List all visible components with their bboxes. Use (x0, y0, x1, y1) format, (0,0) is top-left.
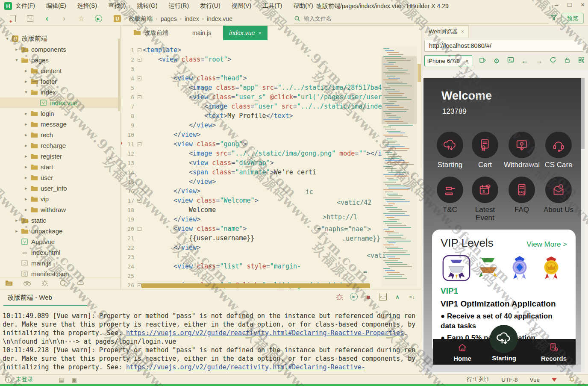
menu-item[interactable]: 视图(V) (232, 2, 252, 10)
line-number[interactable]: 26 (121, 282, 136, 289)
grid-item-cert[interactable]: Cert (467, 132, 503, 169)
grid-item-faq[interactable]: FAQFAQ (503, 177, 540, 214)
console-tab[interactable]: 改版前端 - Web (8, 294, 52, 302)
console-link[interactable]: https://vuejs.org/v2/guide/reactivity.ht… (126, 329, 404, 337)
editor-tab-index-vue[interactable]: index.vue× (223, 26, 268, 40)
login-status[interactable]: 未登录 (16, 376, 33, 383)
grid-item-latest-event[interactable]: 5Latest Event (467, 177, 503, 222)
tree-expand-arrow[interactable]: ▾ (4, 36, 10, 41)
tree-item-static[interactable]: ▸static (0, 215, 121, 226)
tree-expand-arrow[interactable]: ▸ (23, 186, 29, 191)
breadcrumb-item[interactable]: index.vue (207, 15, 232, 22)
console-output[interactable]: 10:11:49.089 [Vue warn]: Property or met… (3, 312, 419, 374)
line-number[interactable]: 23 (121, 254, 136, 260)
line-number[interactable]: 20 (121, 226, 136, 232)
fold-icon[interactable]: − (138, 199, 141, 203)
preview-button[interactable]: 预览 (562, 13, 584, 24)
fold-icon[interactable]: − (138, 48, 141, 52)
refresh-icon[interactable] (549, 56, 557, 65)
breadcrumb-item[interactable]: index (185, 15, 199, 22)
encoding-label[interactable]: UTF-8 (501, 377, 517, 383)
menu-item[interactable]: 编辑(E) (46, 2, 66, 10)
debug-bug-icon[interactable] (335, 293, 343, 301)
minimap[interactable] (382, 47, 417, 286)
file-search-field[interactable] (294, 14, 549, 24)
line-number[interactable]: 11 (121, 141, 136, 147)
tree-expand-arrow[interactable]: ▸ (23, 153, 29, 159)
tree-item-components[interactable]: ▸components (0, 44, 121, 55)
grid-item-cs-care[interactable]: CS Care (540, 132, 577, 169)
line-number[interactable]: 24 (121, 263, 136, 270)
tab-close-icon[interactable]: × (258, 30, 262, 36)
tree-expand-arrow[interactable]: ▸ (14, 228, 20, 234)
line-number[interactable]: 15 (121, 179, 136, 185)
close-icon[interactable]: × (581, 1, 585, 8)
line-number[interactable]: 2 (121, 56, 136, 63)
fold-icon[interactable]: − (138, 142, 141, 146)
forward-button[interactable]: › (60, 15, 68, 23)
menu-item[interactable]: 工具(T) (262, 2, 282, 10)
editor-tab-main-js[interactable]: main.js (180, 26, 223, 40)
tree-expand-arrow[interactable]: ▸ (23, 175, 29, 180)
line-number[interactable]: 14 (121, 169, 136, 176)
tree-expand-arrow[interactable]: ▸ (23, 79, 29, 84)
save-button[interactable] (26, 15, 34, 23)
tree-expand-arrow[interactable]: ▾ (23, 89, 29, 95)
fold-gutter[interactable]: − (136, 48, 143, 52)
grid-item-withdrawal[interactable]: Withdrawal (503, 132, 540, 169)
maximize-icon[interactable]: □ (567, 1, 571, 8)
fold-gutter[interactable]: − (136, 199, 143, 203)
fold-icon[interactable]: − (138, 227, 141, 231)
tree-item-index[interactable]: ▾index (0, 87, 121, 97)
language-mode[interactable]: Vue (529, 377, 540, 383)
tree-item-recharge[interactable]: ▸recharge (0, 140, 121, 151)
tree-item-user[interactable]: ▸user (0, 172, 121, 183)
debug-icon[interactable] (41, 280, 49, 287)
line-number[interactable]: 10 (121, 132, 136, 138)
tree-expand-arrow[interactable]: ▸ (23, 132, 29, 138)
line-number[interactable]: 17 (121, 197, 136, 204)
tree-expand-arrow[interactable]: ▸ (23, 143, 29, 148)
breadcrumb-item[interactable]: pages (161, 15, 177, 22)
fold-gutter[interactable]: − (136, 58, 143, 62)
tree-item-register[interactable]: ▸register (0, 151, 121, 162)
line-number[interactable]: 21 (121, 235, 136, 242)
user-info-icon[interactable]: i (5, 377, 12, 383)
line-number[interactable]: 9 (121, 122, 136, 129)
nav-starting-button[interactable] (490, 325, 518, 353)
minimap-viewport[interactable] (382, 56, 417, 124)
tree-item-----[interactable]: ▾U改版前端 (0, 33, 121, 44)
line-number[interactable]: 19 (121, 216, 136, 223)
project-explorer-icon[interactable] (5, 280, 13, 287)
browser-forward-icon[interactable]: → (535, 56, 543, 65)
tree-expand-arrow[interactable]: ▸ (23, 121, 29, 127)
tree-item-content[interactable]: ▸content (0, 65, 121, 76)
tree-expand-arrow[interactable]: ▸ (23, 196, 29, 202)
breadcrumb-item[interactable]: 改版前端 (129, 15, 153, 23)
line-number[interactable]: 1 (121, 47, 136, 53)
line-number[interactable]: 5 (121, 85, 136, 91)
menu-item[interactable]: 帮助(Y) (293, 2, 313, 10)
console-link[interactable]: https://vuejs.org/v2/guide/reactivity.ht… (126, 363, 365, 371)
tree-item-index-html[interactable]: <>index.html (0, 247, 121, 258)
tree-item-pages[interactable]: ▾pages (0, 55, 121, 65)
line-number[interactable]: 4 (121, 75, 136, 82)
vip-badge-4[interactable] (535, 255, 567, 282)
fold-gutter[interactable]: − (136, 142, 143, 146)
stop-icon[interactable]: ■ (365, 293, 372, 301)
fold-gutter[interactable]: − (136, 77, 143, 80)
editor-horizontal-scrollbar[interactable] (141, 283, 370, 288)
menu-item[interactable]: 运行(R) (169, 2, 189, 10)
tree-item-start[interactable]: ▸start (0, 162, 121, 172)
tree-item-message[interactable]: ▸message (0, 119, 121, 130)
tree-expand-arrow[interactable]: ▸ (23, 207, 29, 212)
browser-tab[interactable]: Web浏览器 × (424, 26, 469, 37)
menu-item[interactable]: 文件(F) (15, 2, 35, 10)
fold-icon[interactable]: − (138, 283, 141, 287)
qr-code-icon[interactable] (577, 57, 585, 65)
lock-icon[interactable] (563, 57, 571, 65)
run-button[interactable]: ▶ (94, 15, 103, 23)
view-more-link[interactable]: View More > (526, 240, 567, 249)
line-number[interactable]: 12 (121, 150, 136, 157)
rotate-device-icon[interactable] (479, 56, 486, 65)
